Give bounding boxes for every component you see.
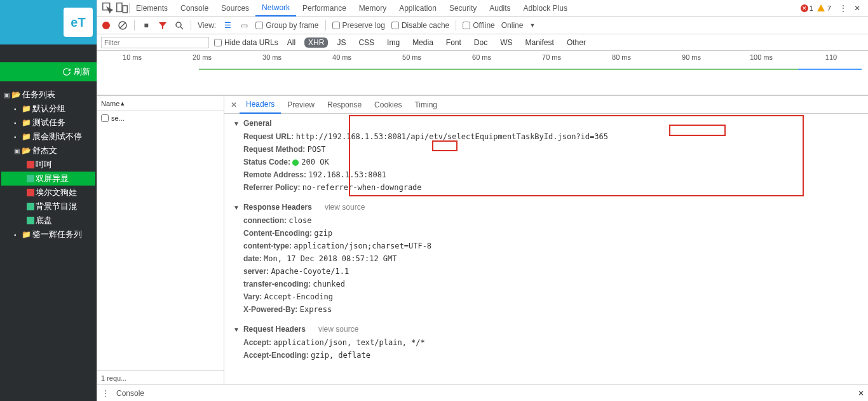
devtools-tabs: Elements Console Sources Network Perform…: [97, 0, 868, 17]
dtab-headers[interactable]: Headers: [240, 96, 281, 114]
app-logo: eT: [64, 8, 93, 37]
detail-tabs: ✕ Headers Preview Response Cookies Timin…: [224, 96, 868, 114]
filter-font[interactable]: Font: [442, 37, 465, 48]
search-icon[interactable]: [174, 20, 184, 31]
tab-memory[interactable]: Memory: [353, 0, 393, 17]
filter-doc[interactable]: Doc: [470, 37, 491, 48]
tl-tick: 10 ms: [97, 53, 167, 61]
filter-img[interactable]: Img: [383, 37, 403, 48]
svg-rect-1: [117, 3, 122, 11]
filter-bar: Hide data URLs All XHR JS CSS Img Media …: [97, 34, 868, 51]
section-general[interactable]: ▼General: [224, 116, 868, 130]
filter-js[interactable]: JS: [333, 37, 349, 48]
close-detail-icon[interactable]: ✕: [228, 100, 240, 109]
filter-ws[interactable]: WS: [496, 37, 516, 48]
tab-sources[interactable]: Sources: [215, 0, 255, 17]
disable-cache[interactable]: Disable cache: [391, 21, 449, 30]
tab-performance[interactable]: Performance: [296, 0, 353, 17]
dtab-timing[interactable]: Timing: [408, 96, 444, 114]
camera-icon[interactable]: ■: [141, 20, 151, 31]
tree-node[interactable]: ▪📁展会测试不停: [1, 130, 95, 144]
tl-tick: 110: [796, 53, 866, 61]
filter-xhr[interactable]: XHR: [304, 37, 328, 48]
tl-tick: 90 ms: [656, 53, 726, 61]
preserve-log[interactable]: Preserve log: [332, 21, 385, 30]
console-drawer: ⋮ Console ✕: [97, 384, 868, 401]
tree-root[interactable]: ▣📂任务列表: [1, 88, 95, 102]
tab-adblock[interactable]: Adblock Plus: [517, 0, 574, 17]
filter-css[interactable]: CSS: [355, 37, 378, 48]
tl-tick: 60 ms: [447, 53, 517, 61]
view-source-link[interactable]: view source: [325, 203, 365, 212]
svg-point-4: [176, 22, 181, 27]
app-sidebar: eT 刷新 ▣📂任务列表 ▪📁默认分组 ▪📁测试任务 ▪📁展会测试不停 ▣📂舒杰…: [0, 0, 97, 401]
tl-tick: 100 ms: [726, 53, 796, 61]
warn-count[interactable]: 7: [817, 4, 831, 12]
tab-elements[interactable]: Elements: [130, 0, 174, 17]
hide-data-urls[interactable]: Hide data URLs: [214, 38, 278, 47]
tab-application[interactable]: Application: [393, 0, 443, 17]
tree-leaf[interactable]: 呵呵: [1, 158, 95, 172]
tree-leaf[interactable]: 埃尔文狗娃: [1, 186, 95, 200]
refresh-label: 刷新: [74, 66, 90, 78]
filter-media[interactable]: Media: [409, 37, 437, 48]
network-timeline[interactable]: 10 ms 20 ms 30 ms 40 ms 50 ms 60 ms 70 m…: [97, 51, 868, 95]
network-panes: Name▴ se... 1 requ... ✕ Headers Preview …: [97, 95, 868, 384]
group-by-frame[interactable]: Group by frame: [255, 21, 318, 30]
section-request-headers[interactable]: ▼Request Headersview source: [224, 322, 868, 336]
chevron-down-icon[interactable]: ▼: [529, 22, 535, 29]
tree-node[interactable]: ▪📁默认分组: [1, 102, 95, 116]
request-footer: 1 requ...: [97, 370, 224, 384]
refresh-icon: [62, 67, 71, 76]
tree-leaf[interactable]: 背景节目混: [1, 200, 95, 214]
dtab-response[interactable]: Response: [321, 96, 368, 114]
inspect-icon[interactable]: [101, 1, 115, 15]
error-count[interactable]: ✕1: [801, 4, 813, 12]
close-drawer-icon[interactable]: ✕: [858, 389, 864, 398]
tree-node[interactable]: ▣📂舒杰文: [1, 144, 95, 158]
drawer-console-tab[interactable]: Console: [116, 389, 144, 398]
tl-tick: 70 ms: [517, 53, 587, 61]
filter-manifest[interactable]: Manifest: [522, 37, 558, 48]
tree-leaf-selected[interactable]: 双屏异显: [1, 172, 95, 186]
col-name[interactable]: Name▴: [97, 96, 224, 111]
tab-audits[interactable]: Audits: [483, 0, 517, 17]
filter-input[interactable]: [101, 37, 209, 48]
view-label: View:: [198, 21, 216, 30]
app-header: eT: [0, 0, 97, 44]
throttle-select[interactable]: Online: [501, 21, 524, 30]
svg-rect-2: [123, 5, 127, 12]
clear-button[interactable]: [118, 20, 128, 31]
tab-security[interactable]: Security: [443, 0, 483, 17]
request-row[interactable]: se...: [97, 111, 224, 125]
tree-leaf[interactable]: 底盘: [1, 214, 95, 228]
tree-node[interactable]: ▪📁测试任务: [1, 116, 95, 130]
network-toolbar: ■ View: ☰ ▭ Group by frame Preserve log …: [97, 17, 868, 34]
request-list: Name▴ se... 1 requ...: [97, 96, 224, 384]
section-response-headers[interactable]: ▼Response Headersview source: [224, 200, 868, 214]
close-icon[interactable]: ✕: [850, 1, 864, 15]
device-icon[interactable]: [115, 1, 129, 15]
dtab-cookies[interactable]: Cookies: [368, 96, 408, 114]
tree-node[interactable]: ▪📁骆一辉任务列: [1, 228, 95, 241]
view-source-link[interactable]: view source: [318, 325, 358, 334]
filter-other[interactable]: Other: [563, 37, 590, 48]
filter-icon[interactable]: [158, 20, 168, 31]
task-tree: ▣📂任务列表 ▪📁默认分组 ▪📁测试任务 ▪📁展会测试不停 ▣📂舒杰文 呵呵 双…: [0, 81, 97, 248]
filter-all[interactable]: All: [283, 37, 299, 48]
offline[interactable]: Offline: [463, 21, 494, 30]
record-button[interactable]: [101, 20, 111, 31]
tab-console[interactable]: Console: [174, 0, 215, 17]
refresh-button[interactable]: 刷新: [0, 62, 97, 81]
tl-tick: 30 ms: [237, 53, 307, 61]
devtools: Elements Console Sources Network Perform…: [97, 0, 868, 401]
tab-network[interactable]: Network: [255, 0, 296, 17]
drawer-menu-icon[interactable]: ⋮: [101, 389, 110, 398]
tl-tick: 20 ms: [167, 53, 237, 61]
view-list-icon[interactable]: ☰: [222, 20, 233, 31]
more-icon[interactable]: ⋮: [836, 1, 850, 15]
tl-tick: 50 ms: [377, 53, 447, 61]
request-detail: ✕ Headers Preview Response Cookies Timin…: [224, 96, 868, 384]
view-frame-icon[interactable]: ▭: [239, 20, 249, 31]
dtab-preview[interactable]: Preview: [281, 96, 321, 114]
